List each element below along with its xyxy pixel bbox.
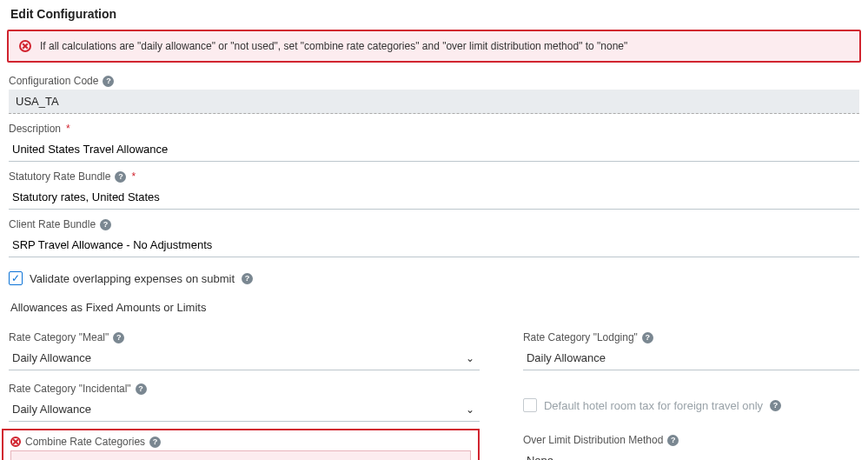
meal-select-value: Daily Allowance bbox=[9, 346, 480, 370]
configuration-form: Configuration Code ? Description * Statu… bbox=[0, 75, 868, 460]
hotel-tax-label: Default hotel room tax for foreign trave… bbox=[544, 399, 763, 412]
validation-error-banner: If all calculations are "daily allowance… bbox=[7, 30, 861, 63]
description-label-text: Description bbox=[9, 123, 61, 135]
page-title: Edit Configuration bbox=[0, 0, 868, 30]
required-mark: * bbox=[66, 123, 70, 135]
help-icon[interactable]: ? bbox=[642, 332, 653, 343]
allowances-section-title: Allowances as Fixed Amounts or Limits bbox=[10, 301, 859, 314]
validate-overlap-checkbox[interactable]: ✓ bbox=[9, 271, 23, 285]
incidental-select-value: Daily Allowance bbox=[9, 397, 480, 421]
statutory-bundle-field[interactable] bbox=[9, 185, 859, 210]
lodging-label-text: Rate Category "Lodging" bbox=[523, 331, 638, 343]
help-icon[interactable]: ? bbox=[136, 383, 147, 395]
over-limit-label: Over Limit Distribution Method ? bbox=[523, 434, 859, 446]
meal-select[interactable]: Daily Allowance ⌄ bbox=[9, 346, 480, 370]
help-icon[interactable]: ? bbox=[113, 332, 124, 343]
combine-categories-error-block: Combine Rate Categories ? Meals and Inci… bbox=[2, 429, 480, 460]
config-code-label: Configuration Code ? bbox=[9, 75, 859, 87]
help-icon[interactable]: ? bbox=[103, 76, 114, 87]
config-code-field bbox=[9, 90, 859, 114]
help-icon[interactable]: ? bbox=[242, 273, 253, 284]
combine-label-text: Combine Rate Categories bbox=[25, 436, 145, 448]
incidental-label-text: Rate Category "Incidental" bbox=[9, 383, 131, 395]
lodging-field[interactable]: Daily Allowance bbox=[523, 346, 859, 370]
client-bundle-label: Client Rate Bundle ? bbox=[9, 218, 859, 230]
statutory-bundle-label: Statutory Rate Bundle ? * bbox=[9, 170, 859, 183]
help-icon[interactable]: ? bbox=[667, 435, 679, 446]
combine-select[interactable]: Meals and Incidentals ⌄ bbox=[10, 450, 471, 460]
validate-overlap-row: ✓ Validate overlapping expenses on submi… bbox=[9, 271, 859, 285]
lodging-label: Rate Category "Lodging" ? bbox=[523, 331, 859, 343]
over-limit-field[interactable]: None bbox=[523, 449, 859, 460]
description-label: Description * bbox=[9, 123, 859, 135]
combine-label: Combine Rate Categories ? bbox=[10, 436, 471, 448]
check-icon: ✓ bbox=[11, 273, 20, 283]
config-code-label-text: Configuration Code bbox=[9, 75, 98, 87]
hotel-tax-checkbox bbox=[523, 398, 537, 412]
incidental-select[interactable]: Daily Allowance ⌄ bbox=[9, 397, 480, 422]
description-field[interactable] bbox=[9, 137, 859, 162]
help-icon[interactable]: ? bbox=[770, 400, 781, 411]
required-mark: * bbox=[131, 170, 136, 183]
help-icon[interactable]: ? bbox=[149, 437, 161, 448]
client-bundle-field[interactable] bbox=[9, 233, 859, 257]
meal-label-text: Rate Category "Meal" bbox=[9, 331, 109, 343]
error-message: If all calculations are "daily allowance… bbox=[40, 40, 627, 52]
help-icon[interactable]: ? bbox=[100, 219, 111, 230]
hotel-tax-row: Default hotel room tax for foreign trave… bbox=[523, 398, 859, 412]
error-icon bbox=[10, 437, 21, 447]
error-icon bbox=[19, 40, 31, 52]
over-limit-label-text: Over Limit Distribution Method bbox=[523, 434, 663, 446]
statutory-bundle-label-text: Statutory Rate Bundle bbox=[9, 170, 110, 183]
validate-overlap-label: Validate overlapping expenses on submit bbox=[30, 272, 235, 285]
incidental-label: Rate Category "Incidental" ? bbox=[9, 383, 480, 395]
combine-select-value: Meals and Incidentals bbox=[11, 451, 470, 460]
meal-label: Rate Category "Meal" ? bbox=[9, 331, 480, 343]
client-bundle-label-text: Client Rate Bundle bbox=[9, 218, 96, 230]
help-icon[interactable]: ? bbox=[115, 171, 126, 183]
